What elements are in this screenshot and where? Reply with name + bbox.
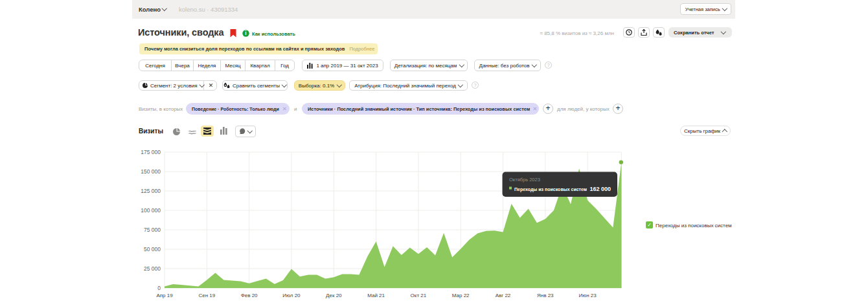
svg-text:175 000: 175 000 — [141, 149, 161, 155]
svg-text:Мар 22: Мар 22 — [452, 293, 470, 298]
svg-text:25 000: 25 000 — [144, 265, 161, 272]
svg-text:100 000: 100 000 — [141, 207, 161, 214]
svg-text:0: 0 — [157, 285, 161, 291]
svg-text:Июл 20: Июл 20 — [282, 293, 301, 298]
svg-text:Апр 19: Апр 19 — [156, 293, 173, 298]
svg-text:Май 21: Май 21 — [367, 293, 385, 298]
svg-text:i: i — [245, 30, 246, 36]
svg-text:125 000: 125 000 — [141, 188, 161, 194]
svg-text:Окт 21: Окт 21 — [411, 293, 427, 298]
svg-text:Фев 20: Фев 20 — [241, 293, 258, 298]
svg-text:Янв 23: Янв 23 — [537, 293, 554, 298]
svg-text:Июн 23: Июн 23 — [578, 293, 597, 298]
svg-text:150 000: 150 000 — [141, 168, 161, 175]
svg-text:162 000: 162 000 — [589, 186, 611, 192]
svg-text:50 000: 50 000 — [144, 246, 161, 252]
svg-text:75 000: 75 000 — [144, 227, 161, 233]
svg-text:Сен 19: Сен 19 — [198, 293, 215, 298]
svg-text:Авг 22: Авг 22 — [496, 293, 511, 298]
svg-text:Октябрь 2023: Октябрь 2023 — [509, 177, 540, 183]
svg-text:Дек 20: Дек 20 — [326, 293, 342, 298]
svg-text:Переходы из поисковых систем: Переходы из поисковых систем — [514, 187, 587, 192]
